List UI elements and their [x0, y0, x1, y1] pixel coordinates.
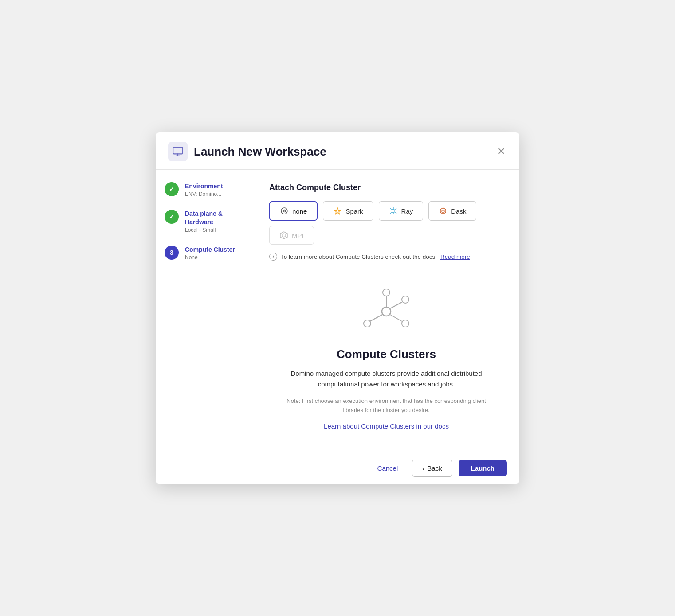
circle-icon [280, 207, 289, 215]
svg-line-25 [390, 302, 402, 308]
launch-workspace-modal: Launch New Workspace ✕ ✓ Environment ENV… [156, 132, 519, 484]
mpi-icon [279, 231, 288, 240]
svg-point-3 [281, 208, 287, 214]
step-3-indicator: 3 [165, 246, 179, 260]
sidebar-dataplane-sub: Local - Small [185, 227, 244, 233]
back-label: Back [427, 464, 442, 472]
main-content: Attach Compute Cluster none [253, 170, 519, 452]
read-more-link[interactable]: Read more [440, 253, 470, 260]
svg-line-14 [390, 212, 392, 214]
cluster-note: Note: First choose an execution environm… [280, 397, 493, 415]
svg-point-21 [402, 296, 409, 303]
svg-marker-15 [280, 232, 287, 239]
sidebar-item-compute-text: Compute Cluster None [185, 246, 235, 261]
sidebar-item-dataplane[interactable]: ✓ Data plane & Hardware Local - Small [165, 210, 244, 233]
cluster-illustration: Compute Clusters Domino managed compute … [269, 278, 503, 439]
svg-point-18 [383, 289, 390, 296]
cluster-mpi-label: MPI [292, 232, 304, 239]
sidebar-environment-sub: ENV: Domino... [185, 191, 223, 197]
sidebar-compute-label: Compute Cluster [185, 246, 235, 253]
chevron-left-icon: ‹ [422, 464, 424, 472]
svg-point-6 [392, 210, 395, 213]
svg-marker-16 [282, 234, 286, 237]
cluster-btn-dask[interactable]: Dask [428, 201, 476, 221]
modal-title: Launch New Workspace [194, 145, 326, 159]
section-title: Attach Compute Cluster [269, 183, 503, 192]
svg-line-23 [370, 315, 382, 321]
svg-rect-0 [173, 147, 183, 154]
modal-footer: Cancel ‹ Back Launch [156, 452, 519, 484]
sidebar-compute-sub: None [185, 254, 235, 261]
cluster-network-icon [357, 287, 415, 336]
cluster-none-label: none [292, 207, 307, 215]
spark-icon [333, 207, 342, 215]
sidebar: ✓ Environment ENV: Domino... ✓ Data plan… [156, 170, 253, 452]
back-button[interactable]: ‹ Back [412, 460, 452, 477]
cluster-heading: Compute Clusters [337, 347, 436, 361]
info-text: To learn more about Compute Clusters che… [281, 253, 437, 260]
modal-body: ✓ Environment ENV: Domino... ✓ Data plan… [156, 170, 519, 452]
checkmark-icon-2: ✓ [169, 213, 174, 220]
svg-line-12 [395, 212, 396, 214]
cluster-btn-ray[interactable]: Ray [379, 201, 424, 221]
cluster-btn-mpi[interactable]: MPI [269, 226, 314, 245]
cancel-button[interactable]: Cancel [369, 460, 406, 476]
step-1-indicator: ✓ [165, 182, 179, 196]
checkmark-icon: ✓ [169, 186, 174, 193]
modal-header: Launch New Workspace ✕ [156, 132, 519, 170]
cluster-ray-label: Ray [401, 207, 413, 215]
dask-icon [439, 207, 447, 215]
cluster-btn-spark[interactable]: Spark [323, 201, 373, 221]
svg-point-17 [382, 307, 391, 316]
cluster-options: none Spark [269, 201, 503, 245]
step-3-number: 3 [170, 249, 173, 256]
sidebar-item-dataplane-text: Data plane & Hardware Local - Small [185, 210, 244, 233]
ray-icon [389, 207, 398, 215]
monitor-icon [168, 142, 188, 161]
svg-point-4 [283, 210, 286, 212]
sidebar-item-environment-text: Environment ENV: Domino... [185, 182, 223, 197]
svg-line-11 [390, 208, 392, 210]
svg-point-19 [364, 320, 371, 327]
sidebar-item-compute[interactable]: 3 Compute Cluster None [165, 246, 244, 261]
cluster-btn-none[interactable]: none [269, 201, 318, 221]
svg-line-13 [395, 208, 396, 210]
cluster-dask-label: Dask [451, 207, 466, 215]
cluster-docs-link[interactable]: Learn about Compute Clusters in our docs [324, 422, 449, 430]
sidebar-environment-label: Environment [185, 182, 223, 190]
sidebar-dataplane-label: Data plane & Hardware [185, 210, 244, 226]
modal-header-left: Launch New Workspace [168, 142, 326, 161]
cluster-spark-label: Spark [345, 207, 363, 215]
svg-line-24 [390, 315, 402, 321]
close-button[interactable]: ✕ [495, 145, 507, 158]
svg-marker-5 [334, 208, 341, 214]
info-row: i To learn more about Compute Clusters c… [269, 253, 503, 261]
cluster-description: Domino managed compute clusters provide … [280, 368, 493, 390]
sidebar-item-environment[interactable]: ✓ Environment ENV: Domino... [165, 182, 244, 197]
info-icon: i [269, 253, 277, 261]
launch-button[interactable]: Launch [459, 460, 507, 476]
svg-point-20 [402, 320, 409, 327]
step-2-indicator: ✓ [165, 210, 179, 224]
